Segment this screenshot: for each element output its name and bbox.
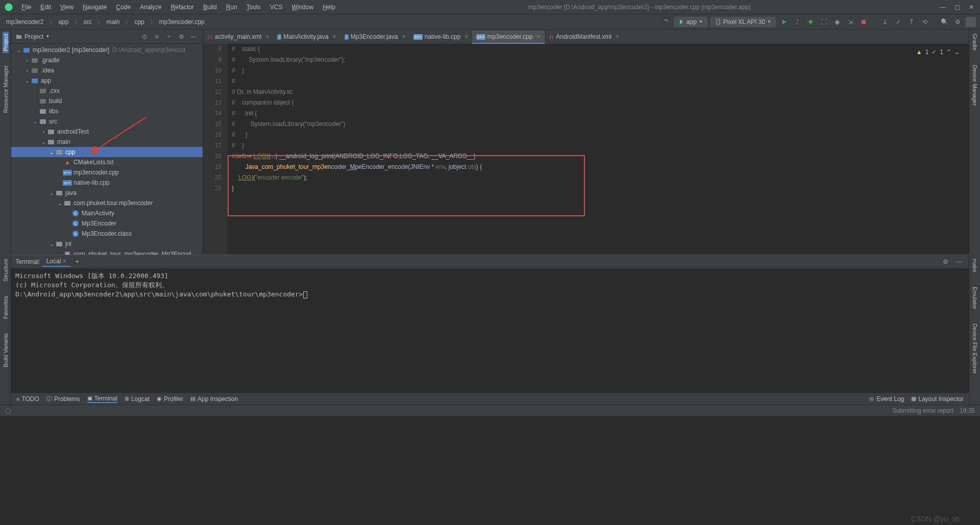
editor-tab-mainactivity-java[interactable]: JMainActivity.java× bbox=[273, 31, 340, 44]
minimize-button[interactable]: — bbox=[939, 4, 946, 11]
tool-gradle[interactable]: Gradle bbox=[972, 32, 978, 53]
editor-tab-activity-main-xml[interactable]: ⟨/⟩activity_main.xml× bbox=[203, 31, 273, 44]
tree-node-app[interactable]: ⌄app bbox=[11, 76, 203, 86]
hide-icon[interactable]: — bbox=[188, 32, 199, 42]
git-update-button[interactable]: ⤓ bbox=[880, 17, 890, 27]
settings-icon[interactable]: ⚙ bbox=[176, 32, 186, 42]
tree-node-build[interactable]: build bbox=[11, 96, 203, 106]
tool-build-variants[interactable]: Build Variants bbox=[3, 331, 9, 369]
tree-node-mp3encoder-cpp[interactable]: c++mp3encoder.cpp bbox=[11, 167, 203, 178]
tool-logcat[interactable]: ≣ Logcat bbox=[125, 395, 150, 403]
tree-node-com-phuket-tour-mp3encoder[interactable]: ⌄com.phuket.tour.mp3encoder bbox=[11, 198, 203, 208]
close-icon[interactable]: × bbox=[63, 258, 66, 265]
new-terminal-tab[interactable]: + bbox=[72, 258, 82, 265]
breadcrumbs[interactable]: mp3encoder2appsrcmaincppmp3encoder.cpp bbox=[4, 17, 207, 27]
menu-tools[interactable]: Tools bbox=[242, 2, 265, 13]
tree-node--cxx[interactable]: .cxx bbox=[11, 86, 203, 96]
terminal-tab-local[interactable]: Local × bbox=[42, 257, 70, 267]
sync-icon[interactable] bbox=[660, 17, 671, 27]
tree-node-cpp[interactable]: ⌄cpp bbox=[11, 147, 203, 157]
editor-tab-mp3encoder-cpp[interactable]: c++mp3encoder.cpp× bbox=[472, 31, 544, 44]
tree-node-src[interactable]: ⌄src bbox=[11, 116, 203, 127]
tool-emulator[interactable]: Emulator bbox=[972, 285, 978, 311]
breadcrumb-4[interactable]: cpp bbox=[132, 17, 146, 27]
tree-node-native-lib-cpp[interactable]: c++native-lib.cpp bbox=[11, 178, 203, 188]
tree-node-mainactivity[interactable]: CMainActivity bbox=[11, 208, 203, 218]
device-selector[interactable]: Pixel XL API 30▼ bbox=[710, 17, 776, 27]
close-icon[interactable]: × bbox=[265, 33, 269, 40]
git-history-button[interactable]: ⟲ bbox=[920, 17, 930, 27]
editor-tab-native-lib-cpp[interactable]: c++native-lib.cpp× bbox=[409, 31, 472, 44]
collapse-all-icon[interactable]: ÷ bbox=[164, 32, 174, 42]
tool-app-inspection[interactable]: ▤ App Inspection bbox=[190, 395, 238, 403]
tool-device-file-explorer[interactable]: Device File Explorer bbox=[972, 321, 978, 376]
tree-node-androidtest[interactable]: ›androidTest bbox=[11, 127, 203, 137]
maximize-button[interactable]: ▢ bbox=[953, 4, 961, 11]
expand-all-icon[interactable]: ≡ bbox=[152, 32, 162, 42]
tool-favorites[interactable]: Favorites bbox=[3, 294, 9, 321]
tool-structure[interactable]: Structure bbox=[3, 257, 9, 284]
close-button[interactable]: ✕ bbox=[968, 4, 975, 11]
tool-device-manager[interactable]: Device Manager bbox=[972, 63, 978, 108]
tree-node-java[interactable]: ⌄java bbox=[11, 188, 203, 198]
profiler-button[interactable]: ◉ bbox=[832, 17, 842, 27]
menu-file[interactable]: File bbox=[17, 2, 35, 13]
tool-event-log[interactable]: ◎ Event Log bbox=[869, 395, 904, 403]
tree-node-cmakelists-txt[interactable]: ▲CMakeLists.txt bbox=[11, 157, 203, 167]
close-icon[interactable]: × bbox=[333, 33, 336, 40]
terminal-settings-icon[interactable]: ⚙ bbox=[940, 257, 950, 267]
close-icon[interactable]: × bbox=[537, 33, 541, 40]
close-icon[interactable]: × bbox=[464, 33, 468, 40]
menu-refactor[interactable]: Refactor bbox=[167, 2, 198, 13]
stop-button[interactable] bbox=[859, 17, 869, 27]
tool-layout-inspector[interactable]: ▦ Layout Inspector bbox=[911, 395, 964, 403]
breadcrumb-5[interactable]: mp3encoder.cpp bbox=[157, 17, 207, 27]
terminal-output[interactable]: Microsoft Windows [版本 10.0.22000.493] (c… bbox=[11, 268, 969, 392]
tree-node-jni[interactable]: ⌄jni bbox=[11, 239, 203, 249]
settings-button[interactable]: ⚙ bbox=[952, 17, 963, 27]
git-commit-button[interactable]: ✓ bbox=[893, 17, 903, 27]
menu-view[interactable]: View bbox=[56, 2, 78, 13]
tool-resource-manager[interactable]: Resource Manager bbox=[3, 63, 9, 115]
tool-problems[interactable]: ⓘ Problems bbox=[46, 395, 80, 403]
tree-node-libs[interactable]: libs bbox=[11, 106, 203, 116]
menu-analyze[interactable]: Analyze bbox=[136, 2, 166, 13]
status-quick-icon[interactable]: ▢ bbox=[5, 407, 11, 414]
breadcrumb-0[interactable]: mp3encoder2 bbox=[4, 17, 45, 27]
menu-navigate[interactable]: Navigate bbox=[79, 2, 111, 13]
tree-node-main[interactable]: ⌄main bbox=[11, 137, 203, 147]
project-tree[interactable]: ⌄mp3encoder2 [mp3encoder]D:\Android_app\… bbox=[11, 44, 203, 255]
inspection-widget[interactable]: ▲1 ✔1 ⌃⌄ bbox=[916, 47, 960, 58]
tree-node--idea[interactable]: ›.idea bbox=[11, 65, 203, 76]
avatar-button[interactable] bbox=[966, 17, 976, 27]
project-view-selector[interactable]: Project ▼ bbox=[15, 33, 136, 40]
git-push-button[interactable]: ⤒ bbox=[906, 17, 917, 27]
run-config-selector[interactable]: app▼ bbox=[674, 17, 707, 27]
coverage-button[interactable]: ⛶ bbox=[819, 17, 829, 27]
editor-tab-mp3encoder-java[interactable]: JMp3Encoder.java× bbox=[340, 31, 410, 44]
breadcrumb-3[interactable]: main bbox=[104, 17, 121, 27]
breadcrumb-1[interactable]: app bbox=[56, 17, 70, 27]
tool-project[interactable]: Project bbox=[3, 32, 9, 53]
tool-terminal[interactable]: ▣ Terminal bbox=[87, 395, 117, 403]
menu-window[interactable]: Window bbox=[287, 2, 317, 13]
tree-node-mp3encoder[interactable]: CMp3Encoder bbox=[11, 218, 203, 229]
menu-build[interactable]: Build bbox=[199, 2, 221, 13]
close-icon[interactable]: × bbox=[402, 33, 405, 40]
apply-changes-button[interactable] bbox=[792, 17, 802, 27]
search-button[interactable]: 🔍 bbox=[939, 17, 949, 27]
debug-button[interactable] bbox=[805, 17, 816, 27]
tool-todo[interactable]: ≡ TODO bbox=[16, 395, 39, 403]
breadcrumb-2[interactable]: src bbox=[81, 17, 93, 27]
menu-vcs[interactable]: VCS bbox=[266, 2, 287, 13]
select-opened-file-icon[interactable]: ⊙ bbox=[139, 32, 150, 42]
tree-node-mp3encoder-class[interactable]: CMp3Encoder.class bbox=[11, 229, 203, 239]
attach-debugger-button[interactable]: ⇲ bbox=[845, 17, 855, 27]
tool-make[interactable]: make bbox=[972, 257, 978, 274]
menu-help[interactable]: Help bbox=[318, 2, 339, 13]
menu-run[interactable]: Run bbox=[222, 2, 241, 13]
tree-node-mp3encoder2--mp3encoder-[interactable]: ⌄mp3encoder2 [mp3encoder]D:\Android_app\… bbox=[11, 45, 203, 55]
code-editor[interactable]: 89101112131415161718192021 // static {//… bbox=[203, 44, 969, 255]
tree-node-com-phuket-tour-mp3encoder-mp3encod[interactable]: hcom_phuket_tour_mp3encoder_Mp3Encod bbox=[11, 249, 203, 255]
terminal-hide-icon[interactable]: — bbox=[954, 257, 965, 267]
